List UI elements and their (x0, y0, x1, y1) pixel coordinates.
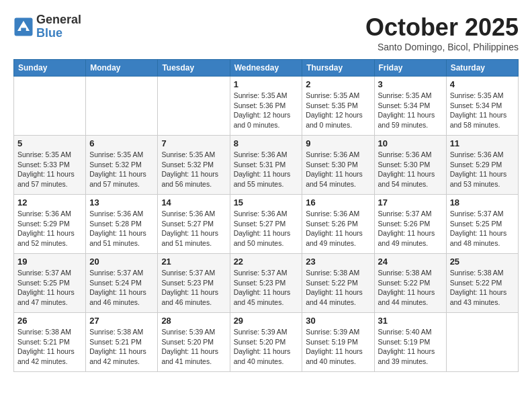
day-number: 26 (17, 316, 82, 326)
day-info: Sunrise: 5:36 AM Sunset: 5:27 PM Dayligh… (234, 209, 299, 248)
logo-blue: Blue (36, 26, 62, 40)
day-number: 27 (89, 316, 154, 326)
day-info: Sunrise: 5:36 AM Sunset: 5:29 PM Dayligh… (17, 209, 82, 248)
day-number: 8 (234, 138, 299, 148)
weekday-header: Tuesday (158, 60, 230, 77)
calendar-cell: 17Sunrise: 5:37 AM Sunset: 5:26 PM Dayli… (374, 195, 446, 254)
day-number: 11 (450, 138, 515, 148)
day-number: 9 (306, 138, 370, 148)
day-info: Sunrise: 5:39 AM Sunset: 5:19 PM Dayligh… (306, 327, 370, 367)
logo-general: General (36, 13, 81, 26)
calendar-cell: 4Sunrise: 5:35 AM Sunset: 5:34 PM Daylig… (446, 77, 518, 136)
day-info: Sunrise: 5:36 AM Sunset: 5:31 PM Dayligh… (234, 150, 299, 189)
weekday-header: Sunday (14, 60, 86, 77)
page-header: General Blue October 2025 Santo Domingo,… (13, 13, 519, 52)
day-info: Sunrise: 5:36 AM Sunset: 5:30 PM Dayligh… (306, 150, 370, 189)
svg-rect-2 (21, 28, 26, 32)
logo-text: General Blue (36, 13, 81, 40)
weekday-header: Wednesday (230, 60, 302, 77)
calendar-cell: 8Sunrise: 5:36 AM Sunset: 5:31 PM Daylig… (230, 136, 302, 195)
day-number: 16 (306, 197, 370, 208)
day-info: Sunrise: 5:38 AM Sunset: 5:22 PM Dayligh… (306, 268, 370, 308)
day-info: Sunrise: 5:37 AM Sunset: 5:23 PM Dayligh… (161, 268, 226, 308)
calendar-cell: 9Sunrise: 5:36 AM Sunset: 5:30 PM Daylig… (302, 136, 374, 195)
day-info: Sunrise: 5:40 AM Sunset: 5:19 PM Dayligh… (378, 327, 443, 367)
calendar-cell: 18Sunrise: 5:37 AM Sunset: 5:25 PM Dayli… (446, 195, 518, 254)
calendar-week-row: 1Sunrise: 5:35 AM Sunset: 5:36 PM Daylig… (14, 77, 519, 136)
calendar-cell: 3Sunrise: 5:35 AM Sunset: 5:34 PM Daylig… (374, 77, 446, 136)
day-number: 18 (450, 197, 515, 208)
calendar-cell: 21Sunrise: 5:37 AM Sunset: 5:23 PM Dayli… (158, 254, 230, 313)
day-number: 2 (306, 79, 370, 89)
weekday-header: Monday (86, 60, 158, 77)
calendar-cell (14, 77, 86, 136)
day-info: Sunrise: 5:35 AM Sunset: 5:34 PM Dayligh… (450, 91, 515, 130)
calendar-cell: 10Sunrise: 5:36 AM Sunset: 5:30 PM Dayli… (374, 136, 446, 195)
calendar-week-row: 5Sunrise: 5:35 AM Sunset: 5:33 PM Daylig… (14, 136, 519, 195)
day-number: 23 (306, 257, 370, 267)
day-number: 12 (17, 197, 82, 208)
logo-icon (13, 17, 34, 37)
day-info: Sunrise: 5:38 AM Sunset: 5:22 PM Dayligh… (450, 268, 515, 308)
calendar-cell: 22Sunrise: 5:37 AM Sunset: 5:23 PM Dayli… (230, 254, 302, 313)
calendar-cell: 19Sunrise: 5:37 AM Sunset: 5:25 PM Dayli… (14, 254, 86, 313)
day-number: 28 (161, 316, 226, 326)
day-info: Sunrise: 5:37 AM Sunset: 5:26 PM Dayligh… (378, 209, 443, 248)
calendar-cell: 29Sunrise: 5:39 AM Sunset: 5:20 PM Dayli… (230, 313, 302, 372)
weekday-header: Friday (374, 60, 446, 77)
calendar-cell: 6Sunrise: 5:35 AM Sunset: 5:32 PM Daylig… (86, 136, 158, 195)
day-number: 22 (234, 257, 299, 267)
calendar-cell: 25Sunrise: 5:38 AM Sunset: 5:22 PM Dayli… (446, 254, 518, 313)
day-number: 6 (89, 138, 154, 148)
day-info: Sunrise: 5:38 AM Sunset: 5:22 PM Dayligh… (378, 268, 443, 308)
day-number: 24 (378, 257, 443, 267)
day-number: 13 (89, 197, 154, 208)
calendar-cell: 16Sunrise: 5:36 AM Sunset: 5:26 PM Dayli… (302, 195, 374, 254)
day-number: 7 (161, 138, 226, 148)
day-number: 15 (234, 197, 299, 208)
calendar-table: SundayMondayTuesdayWednesdayThursdayFrid… (13, 59, 519, 372)
day-info: Sunrise: 5:39 AM Sunset: 5:20 PM Dayligh… (161, 327, 226, 367)
day-info: Sunrise: 5:35 AM Sunset: 5:36 PM Dayligh… (234, 91, 299, 130)
title-block: October 2025 Santo Domingo, Bicol, Phili… (365, 13, 519, 52)
day-number: 17 (378, 197, 443, 208)
calendar-cell: 24Sunrise: 5:38 AM Sunset: 5:22 PM Dayli… (374, 254, 446, 313)
calendar-week-row: 12Sunrise: 5:36 AM Sunset: 5:29 PM Dayli… (14, 195, 519, 254)
logo: General Blue (13, 13, 81, 40)
day-number: 20 (89, 257, 154, 267)
weekday-header-row: SundayMondayTuesdayWednesdayThursdayFrid… (14, 60, 519, 77)
day-number: 30 (306, 316, 370, 326)
calendar-cell: 13Sunrise: 5:36 AM Sunset: 5:28 PM Dayli… (86, 195, 158, 254)
day-info: Sunrise: 5:36 AM Sunset: 5:27 PM Dayligh… (161, 209, 226, 248)
day-info: Sunrise: 5:37 AM Sunset: 5:25 PM Dayligh… (17, 268, 82, 308)
day-info: Sunrise: 5:35 AM Sunset: 5:32 PM Dayligh… (89, 150, 154, 189)
day-info: Sunrise: 5:36 AM Sunset: 5:29 PM Dayligh… (450, 150, 515, 189)
calendar-cell: 14Sunrise: 5:36 AM Sunset: 5:27 PM Dayli… (158, 195, 230, 254)
calendar-cell: 2Sunrise: 5:35 AM Sunset: 5:35 PM Daylig… (302, 77, 374, 136)
day-info: Sunrise: 5:38 AM Sunset: 5:21 PM Dayligh… (89, 327, 154, 367)
calendar-cell: 1Sunrise: 5:35 AM Sunset: 5:36 PM Daylig… (230, 77, 302, 136)
day-number: 19 (17, 257, 82, 267)
day-number: 5 (17, 138, 82, 148)
day-info: Sunrise: 5:36 AM Sunset: 5:30 PM Dayligh… (378, 150, 443, 189)
subtitle: Santo Domingo, Bicol, Philippines (365, 42, 519, 52)
calendar-cell: 31Sunrise: 5:40 AM Sunset: 5:19 PM Dayli… (374, 313, 446, 372)
calendar-cell: 5Sunrise: 5:35 AM Sunset: 5:33 PM Daylig… (14, 136, 86, 195)
day-number: 10 (378, 138, 443, 148)
day-number: 14 (161, 197, 226, 208)
day-number: 29 (234, 316, 299, 326)
day-info: Sunrise: 5:35 AM Sunset: 5:35 PM Dayligh… (306, 91, 370, 130)
calendar-cell: 15Sunrise: 5:36 AM Sunset: 5:27 PM Dayli… (230, 195, 302, 254)
calendar-cell: 7Sunrise: 5:35 AM Sunset: 5:32 PM Daylig… (158, 136, 230, 195)
calendar-cell (86, 77, 158, 136)
calendar-cell: 11Sunrise: 5:36 AM Sunset: 5:29 PM Dayli… (446, 136, 518, 195)
calendar-cell: 30Sunrise: 5:39 AM Sunset: 5:19 PM Dayli… (302, 313, 374, 372)
day-info: Sunrise: 5:35 AM Sunset: 5:33 PM Dayligh… (17, 150, 82, 189)
calendar-cell: 28Sunrise: 5:39 AM Sunset: 5:20 PM Dayli… (158, 313, 230, 372)
day-info: Sunrise: 5:38 AM Sunset: 5:21 PM Dayligh… (17, 327, 82, 367)
calendar-cell: 27Sunrise: 5:38 AM Sunset: 5:21 PM Dayli… (86, 313, 158, 372)
day-number: 25 (450, 257, 515, 267)
calendar-cell (446, 313, 518, 372)
calendar-week-row: 26Sunrise: 5:38 AM Sunset: 5:21 PM Dayli… (14, 313, 519, 372)
calendar-cell: 20Sunrise: 5:37 AM Sunset: 5:24 PM Dayli… (86, 254, 158, 313)
